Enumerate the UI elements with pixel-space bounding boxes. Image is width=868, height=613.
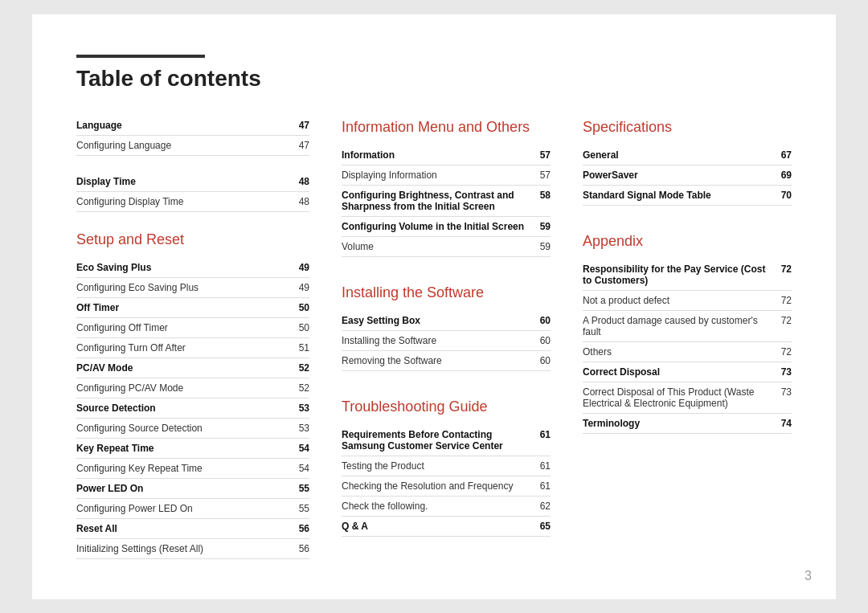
- list-item: Q & A65: [342, 517, 551, 537]
- list-item: Displaying Information57: [342, 166, 551, 186]
- entry-label: Power LED On: [76, 483, 293, 494]
- entry-page: 49: [293, 282, 309, 293]
- entry-label: Correct Disposal of This Product (Waste …: [583, 386, 776, 409]
- title-bar: [76, 55, 205, 58]
- entry-label: Checking the Resolution and Frequency: [342, 480, 534, 492]
- entry-page: 72: [776, 264, 792, 275]
- entry-page: 72: [776, 315, 792, 326]
- entry-page: 70: [776, 190, 792, 201]
- entry-page: 60: [534, 315, 551, 326]
- entry-page: 59: [534, 241, 551, 252]
- info-menu-section: Information57Displaying Information57Con…: [342, 145, 551, 257]
- entry-label: Displaying Information: [342, 170, 534, 181]
- entry-page: 49: [293, 262, 309, 273]
- specs-heading: Specifications: [583, 119, 792, 136]
- setup-reset-heading: Setup and Reset: [76, 231, 309, 248]
- entry-page: 57: [534, 149, 551, 161]
- list-item: General67: [583, 145, 792, 166]
- entry-label: Easy Setting Box: [342, 315, 534, 326]
- col-mid: Information Menu and Others Information5…: [342, 116, 551, 559]
- list-item: A Product damage caused by customer's fa…: [583, 311, 792, 342]
- entry-page: 53: [293, 403, 309, 414]
- entry-label: Configuring Brightness, Contrast and Sha…: [342, 190, 534, 212]
- appendix-section: Responsibility for the Pay Service (Cost…: [583, 260, 792, 434]
- entry-label: Testing the Product: [342, 460, 534, 472]
- list-item: PC/AV Mode52: [76, 358, 309, 378]
- entry-label: Configuring Display Time: [76, 196, 293, 207]
- list-item: Reset All56: [76, 519, 309, 539]
- entry-page: 51: [293, 342, 309, 353]
- entry-page: 54: [293, 463, 309, 474]
- entry-label: Initializing Settings (Reset All): [76, 543, 293, 554]
- list-item: Configuring Key Repeat Time54: [76, 459, 309, 479]
- list-item: Initializing Settings (Reset All)56: [76, 539, 309, 559]
- language-section: Language47Configuring Language47: [76, 116, 309, 156]
- entry-page: 57: [534, 170, 551, 181]
- display-time-section: Display Time48Configuring Display Time48: [76, 172, 309, 212]
- appendix-heading: Appendix: [583, 233, 792, 250]
- entry-label: A Product damage caused by customer's fa…: [583, 315, 776, 337]
- list-item: Eco Saving Plus49: [76, 258, 309, 278]
- entry-label: Language: [76, 120, 293, 131]
- entry-page: 62: [534, 501, 551, 512]
- entry-label: Configuring Source Detection: [76, 423, 293, 434]
- list-item: Source Detection53: [76, 398, 309, 419]
- entry-label: Reset All: [76, 523, 293, 534]
- troubleshooting-heading: Troubleshooting Guide: [342, 398, 551, 415]
- entry-label: Configuring Language: [76, 140, 293, 151]
- entry-page: 55: [293, 483, 309, 494]
- list-item: Checking the Resolution and Frequency61: [342, 476, 551, 497]
- entry-label: Check the following.: [342, 501, 534, 512]
- list-item: Configuring Power LED On55: [76, 499, 309, 519]
- list-item: Configuring Source Detection53: [76, 419, 309, 439]
- toc-grid: Language47Configuring Language47 Display…: [76, 116, 792, 559]
- entry-label: Configuring Eco Saving Plus: [76, 282, 293, 293]
- list-item: Correct Disposal73: [583, 362, 792, 382]
- list-item: Configuring Display Time48: [76, 192, 309, 212]
- entry-label: Removing the Software: [342, 355, 534, 366]
- entry-page: 60: [534, 355, 551, 366]
- list-item: Standard Signal Mode Table70: [583, 186, 792, 206]
- page-number: 3: [805, 569, 812, 583]
- list-item: PowerSaver69: [583, 166, 792, 186]
- list-item: Installing the Software60: [342, 331, 551, 351]
- entry-page: 53: [293, 423, 309, 434]
- list-item: Removing the Software60: [342, 351, 551, 371]
- entry-page: 56: [293, 543, 309, 554]
- entry-page: 69: [776, 170, 792, 181]
- entry-label: Volume: [342, 241, 534, 252]
- entry-page: 61: [534, 480, 551, 492]
- list-item: Configuring Off Timer50: [76, 318, 309, 338]
- entry-page: 47: [293, 140, 309, 151]
- list-item: Easy Setting Box60: [342, 311, 551, 331]
- entry-page: 48: [293, 176, 309, 187]
- entry-page: 50: [293, 302, 309, 313]
- list-item: Configuring Turn Off After51: [76, 338, 309, 358]
- entry-label: Information: [342, 149, 534, 161]
- entry-label: Configuring Off Timer: [76, 322, 293, 333]
- entry-page: 60: [534, 335, 551, 346]
- entry-label: Correct Disposal: [583, 366, 776, 378]
- entry-page: 47: [293, 120, 309, 131]
- list-item: Responsibility for the Pay Service (Cost…: [583, 260, 792, 291]
- entry-label: Others: [583, 346, 776, 358]
- entry-label: PC/AV Mode: [76, 362, 293, 374]
- list-item: Off Timer50: [76, 298, 309, 318]
- entry-page: 52: [293, 362, 309, 374]
- list-item: Volume59: [342, 237, 551, 257]
- list-item: Key Repeat Time54: [76, 439, 309, 459]
- col-left: Language47Configuring Language47 Display…: [76, 116, 309, 559]
- entry-page: 61: [534, 460, 551, 472]
- list-item: Others72: [583, 342, 792, 362]
- list-item: Information57: [342, 145, 551, 166]
- entry-label: Key Repeat Time: [76, 443, 293, 454]
- entry-page: 61: [534, 429, 551, 440]
- entry-label: Off Timer: [76, 302, 293, 313]
- list-item: Correct Disposal of This Product (Waste …: [583, 382, 792, 414]
- list-item: Configuring Volume in the Initial Screen…: [342, 217, 551, 237]
- list-item: Configuring Eco Saving Plus49: [76, 278, 309, 298]
- entry-page: 58: [534, 190, 551, 201]
- col-right: Specifications General67PowerSaver69Stan…: [583, 116, 792, 559]
- entry-label: Standard Signal Mode Table: [583, 190, 776, 201]
- entry-label: Configuring Volume in the Initial Screen: [342, 221, 534, 232]
